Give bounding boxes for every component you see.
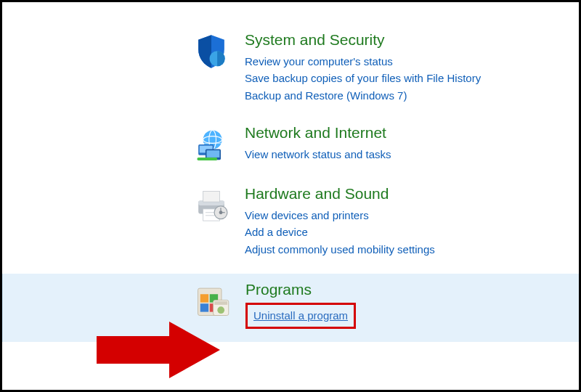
category-title[interactable]: Programs bbox=[245, 281, 550, 298]
link-uninstall-program[interactable]: Uninstall a program bbox=[253, 307, 348, 324]
svg-rect-8 bbox=[198, 158, 218, 160]
category-programs: Programs Uninstall a program bbox=[2, 274, 579, 342]
svg-point-26 bbox=[217, 306, 224, 314]
svg-rect-22 bbox=[200, 303, 208, 311]
link-add-device[interactable]: Add a device bbox=[245, 224, 550, 240]
category-title[interactable]: Network and Internet bbox=[245, 124, 550, 142]
category-title[interactable]: System and Security bbox=[245, 31, 550, 49]
highlight-box: Uninstall a program bbox=[245, 303, 356, 329]
svg-rect-25 bbox=[214, 301, 227, 305]
globe-network-icon bbox=[191, 124, 232, 165]
category-hardware-sound: Hardware and Sound View devices and prin… bbox=[191, 181, 550, 262]
svg-rect-7 bbox=[207, 150, 220, 158]
category-system-security: System and Security Review your computer… bbox=[191, 27, 550, 108]
category-title[interactable]: Hardware and Sound bbox=[245, 185, 550, 203]
printer-icon bbox=[191, 185, 232, 226]
shield-icon bbox=[191, 31, 232, 72]
programs-icon bbox=[192, 281, 232, 322]
link-devices-printers[interactable]: View devices and printers bbox=[245, 207, 550, 224]
svg-rect-20 bbox=[200, 294, 208, 302]
category-network-internet: Network and Internet View network status… bbox=[191, 120, 550, 169]
link-review-status[interactable]: Review your computer's status bbox=[245, 53, 550, 70]
svg-rect-11 bbox=[203, 191, 220, 202]
link-mobility-settings[interactable]: Adjust commonly used mobility settings bbox=[245, 241, 550, 258]
link-backup-restore[interactable]: Backup and Restore (Windows 7) bbox=[245, 87, 550, 104]
link-network-status[interactable]: View network status and tasks bbox=[245, 146, 550, 163]
link-file-history[interactable]: Save backup copies of your files with Fi… bbox=[245, 70, 550, 86]
